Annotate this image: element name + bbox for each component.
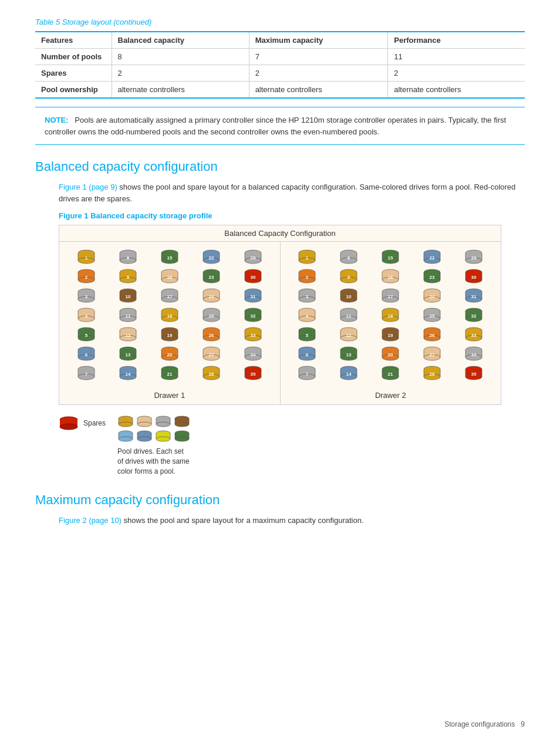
maximum-intro-rest: shows the pool and spare layout for a ma… <box>124 516 364 525</box>
table-cell: 11 <box>388 49 525 65</box>
drive-item: 4 <box>289 307 326 323</box>
table-cell: Spares <box>35 65 112 82</box>
drive-item: 14 <box>109 365 146 382</box>
svg-text:27: 27 <box>208 352 214 357</box>
drive-item: 28 <box>193 365 230 382</box>
legend-row2 <box>117 430 190 443</box>
drive-item: 31 <box>234 288 271 304</box>
table-row: Number of pools8711 <box>35 49 525 65</box>
table-row: Pool ownershipalternate controllersalter… <box>35 82 525 99</box>
diagram-drawers: 1 8 15 22 29 2 <box>59 242 501 404</box>
legend-drive-icon <box>155 430 171 443</box>
col-header-maximum: Maximum capacity <box>249 32 388 49</box>
svg-text:31: 31 <box>471 294 477 299</box>
drive-item: 27 <box>193 346 230 362</box>
maximum-heading: Maximum capacity configuration <box>35 492 525 508</box>
svg-text:25: 25 <box>208 313 214 319</box>
drive-item: 2 <box>289 268 326 285</box>
drive-item: 18 <box>151 307 188 323</box>
drive-item: 32 <box>456 307 492 323</box>
drive-item: 12 <box>109 326 146 343</box>
svg-text:1: 1 <box>85 255 87 261</box>
table-cell: 7 <box>249 49 388 65</box>
drive-item: 13 <box>330 346 367 362</box>
svg-text:10: 10 <box>125 294 130 299</box>
legend-area: Spares Pool drives. <box>59 416 525 476</box>
svg-text:23: 23 <box>208 275 214 280</box>
drive-item: 3 <box>68 288 104 304</box>
legend-pool: Pool drives. Each set of drives with the… <box>117 416 190 476</box>
svg-point-442 <box>175 422 189 427</box>
svg-text:7: 7 <box>85 372 87 377</box>
drive-item: 9 <box>109 268 146 285</box>
drive-item: 16 <box>151 268 188 285</box>
svg-text:21: 21 <box>167 372 172 377</box>
legend-drive-icon <box>117 430 134 443</box>
svg-text:2: 2 <box>306 275 309 280</box>
drive-item: 30 <box>456 268 492 285</box>
legend-row1 <box>117 416 190 428</box>
svg-text:10: 10 <box>346 294 352 299</box>
drive-item: 30 <box>234 268 271 285</box>
drawer1-section: 1 8 15 22 29 2 <box>59 242 281 404</box>
figure2-link[interactable]: Figure 2 (page 10) <box>59 516 122 525</box>
footer-text: Storage configurations <box>444 720 515 728</box>
drive-item: 25 <box>193 307 230 323</box>
drive-item: 15 <box>372 249 409 265</box>
legend-pool-text: Pool drives. Each set of drives with the… <box>117 447 190 476</box>
svg-text:26: 26 <box>430 333 435 338</box>
drive-item: 31 <box>456 288 492 304</box>
svg-point-437 <box>156 422 170 427</box>
drive-item: 10 <box>330 288 367 304</box>
svg-text:12: 12 <box>125 333 130 338</box>
svg-text:21: 21 <box>388 372 393 377</box>
legend-pool-drives <box>117 416 190 443</box>
table-cell: 2 <box>249 65 388 82</box>
figure1-caption: Figure 1 Balanced capacity storage profi… <box>59 211 525 220</box>
drive-item: 12 <box>330 326 367 343</box>
legend-drive-icon <box>136 416 153 428</box>
svg-text:8: 8 <box>348 255 350 261</box>
svg-text:24: 24 <box>430 294 435 299</box>
page-footer: Storage configurations 9 <box>444 720 525 728</box>
drawer1-label: Drawer 1 <box>68 386 272 404</box>
table-cell: Pool ownership <box>35 82 112 99</box>
spare-label: Spares <box>83 418 106 428</box>
maximum-intro: Figure 2 (page 10) shows the pool and sp… <box>59 515 525 526</box>
svg-text:11: 11 <box>346 313 352 319</box>
note-text: Pools are automatically assigned a prima… <box>45 116 506 136</box>
drive-item: 9 <box>330 268 367 285</box>
legend-drive-icon <box>136 430 153 443</box>
svg-text:8: 8 <box>126 255 129 261</box>
figure1-link[interactable]: Figure 1 (page 9) <box>59 183 117 191</box>
drive-item: 5 <box>289 326 326 343</box>
svg-text:15: 15 <box>167 255 172 261</box>
drive-item: 34 <box>234 346 271 362</box>
drive-item: 15 <box>151 249 188 265</box>
svg-text:35: 35 <box>471 372 477 377</box>
drive-item: 22 <box>414 249 451 265</box>
drawer2-label: Drawer 2 <box>289 386 493 404</box>
drive-item: 21 <box>151 365 188 382</box>
svg-text:17: 17 <box>388 294 393 299</box>
drive-item: 17 <box>372 288 409 304</box>
svg-text:16: 16 <box>167 275 172 280</box>
drive-item: 4 <box>68 307 104 323</box>
storage-layout-table: Features Balanced capacity Maximum capac… <box>35 31 525 99</box>
drive-item: 29 <box>234 249 271 265</box>
svg-text:9: 9 <box>348 275 350 280</box>
svg-text:18: 18 <box>388 313 393 319</box>
drive-item: 7 <box>289 365 326 382</box>
svg-text:28: 28 <box>208 372 214 377</box>
svg-text:11: 11 <box>125 313 130 319</box>
drive-item: 14 <box>330 365 367 382</box>
drive-item: 3 <box>289 288 326 304</box>
table-caption: Table 5 Storage layout (continued) <box>35 18 525 26</box>
drive-item: 19 <box>151 326 188 343</box>
svg-text:30: 30 <box>250 275 255 280</box>
drive-item: 5 <box>68 326 104 343</box>
svg-text:29: 29 <box>471 255 477 261</box>
drive-item: 8 <box>109 249 146 265</box>
svg-text:6: 6 <box>306 352 309 357</box>
drive-item: 26 <box>414 326 451 343</box>
